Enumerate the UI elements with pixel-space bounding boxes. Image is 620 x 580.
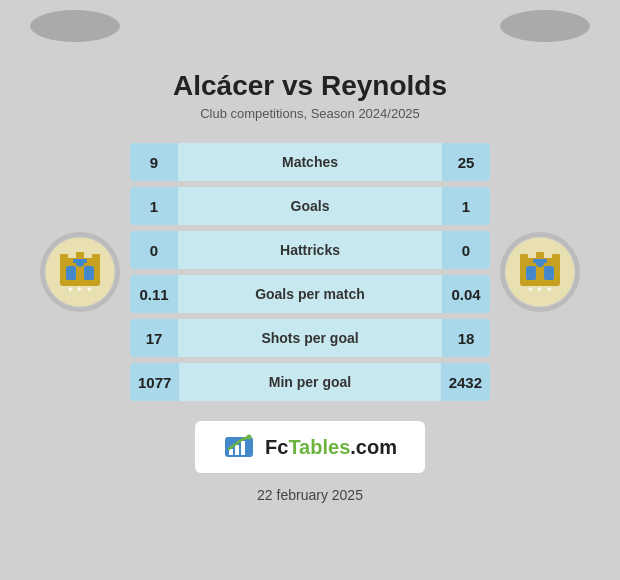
stat-left-value: 0.11 (130, 275, 178, 313)
svg-rect-23 (241, 441, 245, 455)
svg-rect-18 (533, 259, 547, 263)
stats-table: 9Matches251Goals10Hattricks00.11Goals pe… (130, 143, 490, 401)
date-section: 22 february 2025 (257, 487, 363, 503)
stat-row: 17Shots per goal18 (130, 319, 490, 357)
stat-left-value: 1 (130, 187, 178, 225)
oval-right (500, 10, 590, 42)
svg-text:✦ ✦ ✦: ✦ ✦ ✦ (67, 285, 92, 294)
stat-row: 0.11Goals per match0.04 (130, 275, 490, 313)
avatar-left: ✦ ✦ ✦ (40, 232, 120, 312)
svg-rect-15 (526, 266, 536, 280)
stat-label: Goals per match (178, 275, 442, 313)
stat-right-value: 0 (442, 231, 490, 269)
logo-icon (223, 431, 255, 463)
stat-label: Hattricks (178, 231, 442, 269)
svg-rect-14 (552, 254, 560, 262)
svg-rect-4 (92, 254, 100, 262)
stat-left-value: 9 (130, 143, 178, 181)
svg-rect-12 (520, 254, 528, 262)
comparison-area: ✦ ✦ ✦ 9Matches251Goals10Hattricks00.11Go… (0, 143, 620, 401)
svg-rect-22 (235, 445, 239, 455)
stat-row: 1077Min per goal2432 (130, 363, 490, 401)
oval-left (30, 10, 120, 42)
stat-right-value: 18 (442, 319, 490, 357)
stat-label: Matches (178, 143, 442, 181)
stat-right-value: 0.04 (442, 275, 490, 313)
stat-label: Min per goal (179, 363, 440, 401)
logo-section: FcTables.com (195, 421, 425, 473)
stat-row: 9Matches25 (130, 143, 490, 181)
svg-point-24 (247, 435, 252, 440)
svg-text:✦ ✦ ✦: ✦ ✦ ✦ (527, 285, 552, 294)
stat-left-value: 0 (130, 231, 178, 269)
stat-row: 1Goals1 (130, 187, 490, 225)
logo-text: FcTables.com (265, 436, 397, 459)
title-section: Alcácer vs Reynolds Club competitions, S… (173, 70, 447, 121)
stat-row: 0Hattricks0 (130, 231, 490, 269)
top-ovals-row (0, 10, 620, 52)
stat-right-value: 2432 (441, 363, 490, 401)
svg-rect-16 (544, 266, 554, 280)
page-wrapper: Alcácer vs Reynolds Club competitions, S… (0, 0, 620, 580)
stat-left-value: 1077 (130, 363, 179, 401)
stat-label: Goals (178, 187, 442, 225)
stat-left-value: 17 (130, 319, 178, 357)
stat-label: Shots per goal (178, 319, 442, 357)
stat-right-value: 25 (442, 143, 490, 181)
stat-right-value: 1 (442, 187, 490, 225)
svg-rect-5 (66, 266, 76, 280)
subtitle: Club competitions, Season 2024/2025 (173, 106, 447, 121)
avatar-right: ✦ ✦ ✦ (500, 232, 580, 312)
svg-rect-6 (84, 266, 94, 280)
svg-rect-2 (60, 254, 68, 262)
page-title: Alcácer vs Reynolds (173, 70, 447, 102)
svg-rect-8 (73, 259, 87, 263)
